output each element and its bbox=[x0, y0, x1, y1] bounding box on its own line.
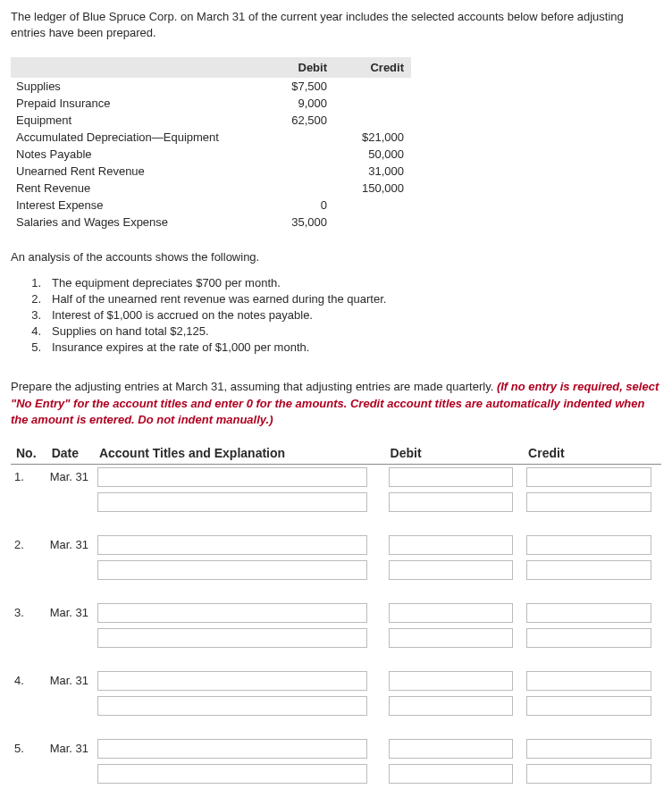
prepare-text: Prepare the adjusting entries at March 3… bbox=[11, 380, 497, 393]
analysis-text: Half of the unearned rent revenue was ea… bbox=[52, 292, 386, 306]
entries-header-no: No. bbox=[11, 442, 46, 465]
ledger-table: Debit Credit Supplies$7,500Prepaid Insur… bbox=[11, 57, 411, 231]
debit-input[interactable] bbox=[389, 671, 513, 691]
credit-input[interactable] bbox=[526, 739, 651, 759]
credit-input[interactable] bbox=[526, 764, 651, 784]
entry-no: 4. bbox=[11, 668, 46, 693]
account-title-input[interactable] bbox=[97, 560, 367, 580]
credit-input[interactable] bbox=[526, 492, 651, 512]
entry-row: 2.Mar. 31 bbox=[11, 533, 661, 558]
entry-date: Mar. 31 bbox=[46, 600, 94, 625]
account-title-input[interactable] bbox=[97, 739, 367, 759]
ledger-debit: 0 bbox=[257, 197, 334, 214]
entries-header-debit: Debit bbox=[385, 442, 524, 465]
ledger-debit: 35,000 bbox=[257, 214, 334, 231]
entry-row bbox=[11, 761, 661, 786]
credit-input[interactable] bbox=[526, 535, 651, 555]
entries-header-credit: Credit bbox=[523, 442, 661, 465]
account-title-input[interactable] bbox=[97, 696, 367, 716]
analysis-intro: An analysis of the accounts shows the fo… bbox=[11, 250, 661, 264]
debit-input[interactable] bbox=[389, 628, 513, 648]
entry-row bbox=[11, 558, 661, 583]
entry-no: 3. bbox=[11, 600, 46, 625]
ledger-account: Notes Payable bbox=[11, 146, 257, 163]
account-title-input[interactable] bbox=[97, 492, 367, 512]
ledger-credit bbox=[334, 112, 411, 129]
analysis-list: 1.The equipment depreciates $700 per mon… bbox=[16, 276, 661, 354]
ledger-debit: 62,500 bbox=[257, 112, 334, 129]
credit-input[interactable] bbox=[526, 628, 651, 648]
credit-input[interactable] bbox=[526, 560, 651, 580]
ledger-debit bbox=[257, 129, 334, 146]
entry-row bbox=[11, 625, 661, 651]
debit-input[interactable] bbox=[389, 467, 513, 487]
entry-row: 1.Mar. 31 bbox=[11, 464, 661, 490]
ledger-account: Salaries and Wages Expense bbox=[11, 214, 257, 231]
ledger-row: Rent Revenue150,000 bbox=[11, 180, 411, 197]
ledger-account: Rent Revenue bbox=[11, 180, 257, 197]
ledger-account: Supplies bbox=[11, 78, 257, 95]
ledger-credit: 31,000 bbox=[334, 163, 411, 180]
ledger-account: Accumulated Depreciation—Equipment bbox=[11, 129, 257, 146]
ledger-header-debit: Debit bbox=[257, 57, 334, 78]
account-title-input[interactable] bbox=[97, 671, 367, 691]
entry-date: Mar. 31 bbox=[46, 736, 94, 761]
analysis-item: 3.Interest of $1,000 is accrued on the n… bbox=[16, 308, 661, 322]
entry-row: 3.Mar. 31 bbox=[11, 600, 661, 625]
entries-header-acct: Account Titles and Explanation bbox=[94, 442, 385, 465]
debit-input[interactable] bbox=[389, 739, 513, 759]
ledger-row: Supplies$7,500 bbox=[11, 78, 411, 95]
debit-input[interactable] bbox=[389, 603, 513, 623]
entry-row bbox=[11, 693, 661, 718]
ledger-account: Prepaid Insurance bbox=[11, 95, 257, 112]
ledger-credit bbox=[334, 197, 411, 214]
account-title-input[interactable] bbox=[97, 764, 367, 784]
intro-text: The ledger of Blue Spruce Corp. on March… bbox=[11, 9, 661, 41]
analysis-number: 3. bbox=[16, 308, 52, 322]
account-title-input[interactable] bbox=[97, 628, 367, 648]
credit-input[interactable] bbox=[526, 467, 651, 487]
entry-date: Mar. 31 bbox=[46, 533, 94, 558]
ledger-debit: $7,500 bbox=[257, 78, 334, 95]
entry-row bbox=[11, 490, 661, 515]
debit-input[interactable] bbox=[389, 764, 513, 784]
debit-input[interactable] bbox=[389, 492, 513, 512]
ledger-row: Notes Payable50,000 bbox=[11, 146, 411, 163]
analysis-item: 5.Insurance expires at the rate of $1,00… bbox=[16, 340, 661, 354]
credit-input[interactable] bbox=[526, 671, 651, 691]
account-title-input[interactable] bbox=[97, 467, 367, 487]
ledger-debit bbox=[257, 163, 334, 180]
ledger-account: Equipment bbox=[11, 112, 257, 129]
ledger-credit: 50,000 bbox=[334, 146, 411, 163]
analysis-text: Supplies on hand total $2,125. bbox=[52, 324, 209, 338]
account-title-input[interactable] bbox=[97, 603, 367, 623]
analysis-item: 1.The equipment depreciates $700 per mon… bbox=[16, 276, 661, 290]
entry-no: 5. bbox=[11, 736, 46, 761]
credit-input[interactable] bbox=[526, 696, 651, 716]
entry-no: 2. bbox=[11, 533, 46, 558]
ledger-account: Unearned Rent Revenue bbox=[11, 163, 257, 180]
ledger-debit: 9,000 bbox=[257, 95, 334, 112]
prepare-instructions: Prepare the adjusting entries at March 3… bbox=[11, 379, 661, 428]
analysis-text: The equipment depreciates $700 per month… bbox=[52, 276, 281, 290]
ledger-row: Accumulated Depreciation—Equipment$21,00… bbox=[11, 129, 411, 146]
debit-input[interactable] bbox=[389, 535, 513, 555]
entry-date: Mar. 31 bbox=[46, 464, 94, 490]
entry-date: Mar. 31 bbox=[46, 668, 94, 693]
analysis-item: 2.Half of the unearned rent revenue was … bbox=[16, 292, 661, 306]
entries-header-date: Date bbox=[46, 442, 94, 465]
analysis-number: 5. bbox=[16, 340, 52, 354]
debit-input[interactable] bbox=[389, 696, 513, 716]
entries-table: No. Date Account Titles and Explanation … bbox=[11, 442, 661, 786]
ledger-credit: 150,000 bbox=[334, 180, 411, 197]
ledger-credit bbox=[334, 95, 411, 112]
ledger-debit bbox=[257, 146, 334, 163]
entry-no: 1. bbox=[11, 464, 46, 490]
ledger-row: Salaries and Wages Expense35,000 bbox=[11, 214, 411, 231]
ledger-credit bbox=[334, 214, 411, 231]
debit-input[interactable] bbox=[389, 560, 513, 580]
analysis-text: Insurance expires at the rate of $1,000 … bbox=[52, 340, 309, 354]
entry-row: 4.Mar. 31 bbox=[11, 668, 661, 693]
credit-input[interactable] bbox=[526, 603, 651, 623]
account-title-input[interactable] bbox=[97, 535, 367, 555]
